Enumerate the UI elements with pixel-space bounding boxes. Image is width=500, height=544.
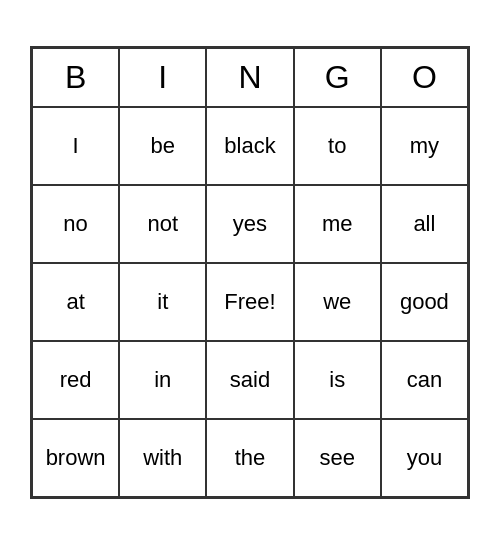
bingo-cell-r2-c4: good: [381, 263, 468, 341]
bingo-cell-r1-c0: no: [32, 185, 119, 263]
bingo-cell-r2-c2: Free!: [206, 263, 293, 341]
header-cell-g: G: [294, 48, 381, 107]
bingo-cell-r4-c0: brown: [32, 419, 119, 497]
header-cell-i: I: [119, 48, 206, 107]
bingo-cell-r4-c2: the: [206, 419, 293, 497]
bingo-cell-r3-c4: can: [381, 341, 468, 419]
bingo-cell-r2-c3: we: [294, 263, 381, 341]
bingo-cell-r1-c2: yes: [206, 185, 293, 263]
bingo-cell-r1-c4: all: [381, 185, 468, 263]
bingo-body: IbeblacktomynonotyesmeallatitFree!wegood…: [32, 107, 468, 497]
bingo-cell-r4-c3: see: [294, 419, 381, 497]
header-cell-b: B: [32, 48, 119, 107]
bingo-cell-r1-c3: me: [294, 185, 381, 263]
header-cell-n: N: [206, 48, 293, 107]
bingo-cell-r3-c1: in: [119, 341, 206, 419]
bingo-cell-r0-c3: to: [294, 107, 381, 185]
bingo-cell-r2-c1: it: [119, 263, 206, 341]
bingo-cell-r0-c2: black: [206, 107, 293, 185]
bingo-header: BINGO: [32, 48, 468, 107]
bingo-cell-r1-c1: not: [119, 185, 206, 263]
bingo-cell-r3-c3: is: [294, 341, 381, 419]
bingo-cell-r0-c4: my: [381, 107, 468, 185]
bingo-cell-r4-c4: you: [381, 419, 468, 497]
bingo-cell-r0-c0: I: [32, 107, 119, 185]
bingo-cell-r3-c0: red: [32, 341, 119, 419]
bingo-cell-r4-c1: with: [119, 419, 206, 497]
bingo-card: BINGO IbeblacktomynonotyesmeallatitFree!…: [30, 46, 470, 499]
bingo-cell-r2-c0: at: [32, 263, 119, 341]
header-cell-o: O: [381, 48, 468, 107]
bingo-cell-r3-c2: said: [206, 341, 293, 419]
bingo-cell-r0-c1: be: [119, 107, 206, 185]
